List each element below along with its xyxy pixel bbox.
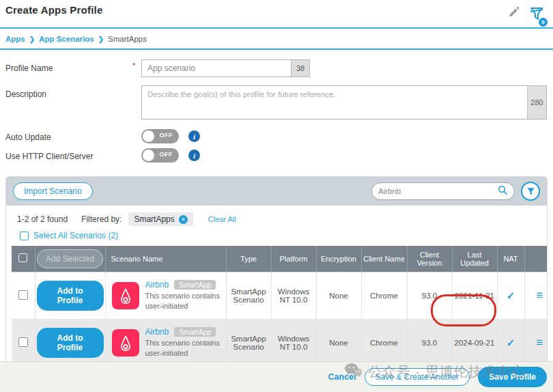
col-scenario-name: Scenario Name [105, 246, 226, 272]
page-header: Create Apps Profile 0 [0, 0, 553, 25]
scenario-text: Airbnb SmartApp This scenario contains u… [145, 280, 229, 311]
cell-type: SmartApp Scenario [226, 319, 271, 366]
breadcrumb-current: SmartApps [108, 35, 147, 43]
spacer [132, 135, 139, 137]
auto-update-toggle[interactable]: OFF [141, 129, 179, 143]
col-client-version: Client Version [407, 246, 452, 272]
import-scenario-button[interactable]: Import Scenario [13, 182, 93, 200]
http-client-toggle[interactable]: OFF [141, 148, 179, 163]
select-all-label: Select All Scenarios (2) [33, 231, 118, 240]
description-textarea[interactable] [142, 86, 527, 119]
table-row: Add to Profile Airbnb SmartApp [12, 272, 548, 319]
col-type: Type [226, 246, 271, 272]
save-profile-button[interactable]: Save Profile [478, 367, 547, 387]
col-client-name: Client Name [361, 246, 407, 272]
cell-encryption: None [316, 319, 361, 366]
create-apps-profile-page: Create Apps Profile 0 Apps ❯ App Scenari… [0, 0, 553, 392]
toggle-knob [143, 150, 154, 161]
breadcrumb-app-scenarios[interactable]: App Scenarios [39, 35, 94, 43]
auto-update-label: Auto Update [5, 130, 132, 142]
filter-button[interactable] [521, 182, 540, 201]
profile-name-row: Profile Name * 38 [5, 59, 548, 77]
row-menu-icon[interactable]: ≡ [524, 319, 548, 366]
scenario-name-link[interactable]: Airbnb [145, 327, 169, 337]
profile-name-counter: 38 [291, 60, 309, 76]
panel-content: 1-2 of 2 found Filtered by: SmartApps ✕ … [6, 206, 547, 370]
profile-name-label: Profile Name [5, 59, 132, 73]
cell-last-updated-highlighted: 93.0 [407, 319, 452, 366]
table-header-row: Add Selected Scenario Name Type Platform… [12, 246, 548, 272]
add-to-profile-button[interactable]: Add to Profile [37, 281, 104, 311]
search-box [371, 182, 515, 200]
description-counter: 280 [527, 86, 546, 119]
cell-last-updated: 2024-09-21 [452, 319, 497, 366]
row-checkbox[interactable] [18, 290, 28, 300]
cancel-button[interactable]: Cancel [328, 372, 356, 382]
scenario-cell: Airbnb SmartApp This scenario contains u… [107, 327, 225, 358]
header-checkbox[interactable] [18, 253, 27, 262]
chip-close-icon[interactable]: ✕ [179, 215, 188, 224]
scenario-description: This scenario contains user-initiated [145, 291, 229, 311]
cell-client-version: 93.0 [407, 272, 452, 319]
clear-all-link[interactable]: Clear All [208, 215, 236, 223]
edit-pencil-icon[interactable] [508, 5, 520, 20]
cell-last-updated: 2021-11-21 [452, 272, 497, 319]
profile-name-input[interactable] [142, 60, 291, 76]
spacer [132, 85, 139, 87]
funnel-icon [526, 186, 536, 197]
scenario-type-badge: SmartApp [174, 327, 216, 337]
description-field-wrap: 280 [141, 85, 547, 120]
save-create-another-button[interactable]: Save & Create Another [365, 368, 470, 386]
col-last-updated: Last Updated [452, 246, 497, 272]
footer-bar: Cancel Save & Create Another Save Profil… [0, 361, 553, 392]
filter-count-badge: 0 [539, 18, 548, 27]
select-all-checkbox[interactable] [20, 232, 29, 240]
add-to-profile-button[interactable]: Add to Profile [37, 328, 104, 358]
col-actions [524, 246, 548, 272]
filter-chip-smartapps: SmartApps ✕ [128, 212, 193, 226]
add-selected-button[interactable]: Add Selected [37, 249, 103, 268]
scenarios-panel: Import Scenario 1-2 of 2 found Filtered … [5, 176, 548, 371]
col-nat: NAT [497, 246, 524, 272]
cell-platform: Windows NT 10.0 [271, 272, 316, 319]
toolbar-right [371, 182, 540, 201]
search-icon[interactable] [498, 185, 508, 198]
nat-check-icon: ✓ [497, 319, 524, 366]
auto-update-row: Auto Update OFF i [5, 129, 548, 143]
filtered-by-label: Filtered by: [81, 214, 122, 224]
cell-encryption: None [316, 272, 361, 319]
profile-filter-icon[interactable]: 0 [528, 5, 545, 25]
scenario-cell: Airbnb SmartApp This scenario contains u… [107, 280, 225, 311]
cell-platform: Windows NT 10.0 [271, 319, 316, 366]
breadcrumb: Apps ❯ App Scenarios ❯ SmartApps [0, 29, 553, 48]
scenario-description: This scenario contains user-initiated [145, 338, 229, 358]
chip-label: SmartApps [134, 214, 174, 224]
toggle-state-label: OFF [160, 132, 173, 139]
description-label: Description [5, 85, 132, 99]
results-summary-row: 1-2 of 2 found Filtered by: SmartApps ✕ … [12, 212, 541, 226]
cell-client-name: Chrome [361, 319, 407, 366]
search-input[interactable] [378, 187, 498, 195]
scenario-text: Airbnb SmartApp This scenario contains u… [145, 327, 229, 358]
select-all-row: Select All Scenarios (2) [20, 231, 541, 240]
airbnb-logo-icon [112, 329, 139, 356]
row-menu-icon[interactable]: ≡ [524, 272, 548, 319]
chevron-right-icon: ❯ [98, 36, 104, 43]
page-title: Create Apps Profile [5, 4, 102, 16]
spacer [132, 154, 139, 156]
results-count: 1-2 of 2 found [17, 214, 68, 224]
cell-client-name: Chrome [361, 272, 407, 319]
panel-toolbar: Import Scenario [6, 177, 547, 206]
col-encryption: Encryption [316, 246, 361, 272]
description-row: Description 280 [5, 85, 548, 120]
toggle-state-label: OFF [160, 151, 173, 158]
info-icon[interactable]: i [188, 130, 200, 142]
nat-check-icon: ✓ [497, 272, 524, 319]
info-icon[interactable]: i [188, 150, 200, 161]
breadcrumb-apps[interactable]: Apps [5, 35, 25, 43]
col-platform: Platform [271, 246, 316, 272]
scenario-type-badge: SmartApp [174, 280, 216, 290]
scenario-name-link[interactable]: Airbnb [145, 280, 169, 290]
row-checkbox[interactable] [18, 337, 28, 347]
scenarios-table: Add Selected Scenario Name Type Platform… [12, 246, 548, 366]
